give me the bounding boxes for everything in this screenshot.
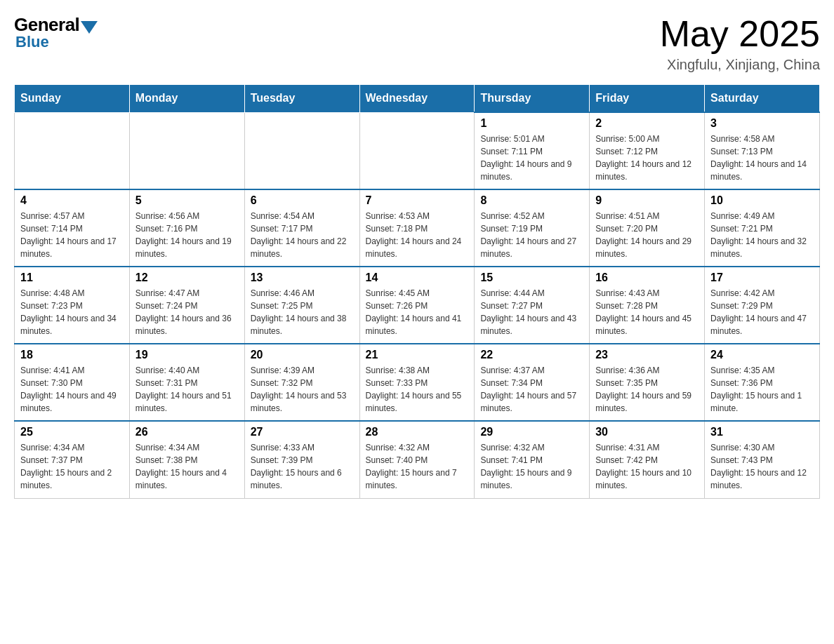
day-info: Sunrise: 4:32 AM Sunset: 7:40 PM Dayligh… <box>366 441 469 492</box>
day-info: Sunrise: 4:38 AM Sunset: 7:33 PM Dayligh… <box>366 364 469 415</box>
calendar-day-cell <box>129 112 244 189</box>
day-info: Sunrise: 4:48 AM Sunset: 7:23 PM Dayligh… <box>20 287 124 337</box>
day-info: Sunrise: 4:39 AM Sunset: 7:32 PM Dayligh… <box>251 364 354 415</box>
calendar-day-cell: 14Sunrise: 4:45 AM Sunset: 7:26 PM Dayli… <box>359 267 475 344</box>
day-number: 17 <box>710 271 814 284</box>
calendar-day-cell: 21Sunrise: 4:38 AM Sunset: 7:33 PM Dayli… <box>359 344 475 421</box>
calendar-day-header: Saturday <box>705 85 820 113</box>
day-info: Sunrise: 4:53 AM Sunset: 7:18 PM Dayligh… <box>366 210 469 260</box>
day-info: Sunrise: 4:44 AM Sunset: 7:27 PM Dayligh… <box>480 287 583 337</box>
calendar-day-cell: 26Sunrise: 4:34 AM Sunset: 7:38 PM Dayli… <box>129 421 244 498</box>
day-info: Sunrise: 4:31 AM Sunset: 7:42 PM Dayligh… <box>595 441 699 492</box>
logo-blue-text: Blue <box>14 33 49 51</box>
day-info: Sunrise: 4:47 AM Sunset: 7:24 PM Dayligh… <box>135 287 239 337</box>
calendar-day-cell: 9Sunrise: 4:51 AM Sunset: 7:20 PM Daylig… <box>590 189 705 267</box>
day-info: Sunrise: 4:40 AM Sunset: 7:31 PM Dayligh… <box>135 364 239 415</box>
day-number: 31 <box>710 426 814 438</box>
day-info: Sunrise: 4:32 AM Sunset: 7:41 PM Dayligh… <box>480 441 583 492</box>
calendar-week-row: 4Sunrise: 4:57 AM Sunset: 7:14 PM Daylig… <box>15 189 820 267</box>
day-number: 21 <box>366 349 469 361</box>
day-info: Sunrise: 4:54 AM Sunset: 7:17 PM Dayligh… <box>251 210 354 260</box>
day-number: 19 <box>135 349 239 361</box>
calendar-day-header: Tuesday <box>244 85 359 113</box>
calendar-week-row: 25Sunrise: 4:34 AM Sunset: 7:37 PM Dayli… <box>15 421 820 498</box>
title-block: May 2025 Xingfulu, Xinjiang, China <box>660 14 820 73</box>
day-number: 11 <box>20 271 124 284</box>
day-info: Sunrise: 5:00 AM Sunset: 7:12 PM Dayligh… <box>595 133 699 183</box>
calendar-day-cell: 22Sunrise: 4:37 AM Sunset: 7:34 PM Dayli… <box>475 344 590 421</box>
day-info: Sunrise: 4:35 AM Sunset: 7:36 PM Dayligh… <box>710 364 814 415</box>
calendar-day-cell <box>359 112 475 189</box>
day-number: 5 <box>135 194 239 207</box>
day-number: 9 <box>595 194 699 207</box>
day-number: 28 <box>366 426 469 438</box>
day-info: Sunrise: 4:52 AM Sunset: 7:19 PM Dayligh… <box>480 210 583 260</box>
day-number: 27 <box>251 426 354 438</box>
calendar-day-cell: 30Sunrise: 4:31 AM Sunset: 7:42 PM Dayli… <box>590 421 705 498</box>
calendar-day-cell <box>15 112 130 189</box>
day-info: Sunrise: 4:46 AM Sunset: 7:25 PM Dayligh… <box>251 287 354 337</box>
day-info: Sunrise: 4:37 AM Sunset: 7:34 PM Dayligh… <box>480 364 583 415</box>
day-number: 14 <box>366 271 469 284</box>
day-info: Sunrise: 4:42 AM Sunset: 7:29 PM Dayligh… <box>710 287 814 337</box>
day-number: 25 <box>20 426 124 438</box>
calendar-day-cell: 24Sunrise: 4:35 AM Sunset: 7:36 PM Dayli… <box>705 344 820 421</box>
calendar-day-cell: 28Sunrise: 4:32 AM Sunset: 7:40 PM Dayli… <box>359 421 475 498</box>
calendar-day-cell: 7Sunrise: 4:53 AM Sunset: 7:18 PM Daylig… <box>359 189 475 267</box>
day-info: Sunrise: 4:45 AM Sunset: 7:26 PM Dayligh… <box>366 287 469 337</box>
calendar-day-header: Sunday <box>15 85 130 113</box>
day-info: Sunrise: 4:30 AM Sunset: 7:43 PM Dayligh… <box>710 441 814 492</box>
day-info: Sunrise: 4:57 AM Sunset: 7:14 PM Dayligh… <box>20 210 124 260</box>
calendar-week-row: 11Sunrise: 4:48 AM Sunset: 7:23 PM Dayli… <box>15 267 820 344</box>
calendar-day-cell: 25Sunrise: 4:34 AM Sunset: 7:37 PM Dayli… <box>15 421 130 498</box>
location-subtitle: Xingfulu, Xinjiang, China <box>660 57 820 73</box>
day-number: 12 <box>135 271 239 284</box>
calendar-day-cell: 18Sunrise: 4:41 AM Sunset: 7:30 PM Dayli… <box>15 344 130 421</box>
calendar-day-cell: 10Sunrise: 4:49 AM Sunset: 7:21 PM Dayli… <box>705 189 820 267</box>
calendar-day-cell: 23Sunrise: 4:36 AM Sunset: 7:35 PM Dayli… <box>590 344 705 421</box>
calendar-day-header: Thursday <box>475 85 590 113</box>
day-number: 7 <box>366 194 469 207</box>
day-number: 1 <box>480 117 583 130</box>
day-info: Sunrise: 4:43 AM Sunset: 7:28 PM Dayligh… <box>595 287 699 337</box>
calendar-day-cell: 27Sunrise: 4:33 AM Sunset: 7:39 PM Dayli… <box>244 421 359 498</box>
calendar-day-cell: 5Sunrise: 4:56 AM Sunset: 7:16 PM Daylig… <box>129 189 244 267</box>
calendar-day-cell <box>244 112 359 189</box>
day-number: 30 <box>595 426 699 438</box>
day-number: 18 <box>20 349 124 361</box>
calendar-day-cell: 8Sunrise: 4:52 AM Sunset: 7:19 PM Daylig… <box>475 189 590 267</box>
day-number: 22 <box>480 349 583 361</box>
calendar-day-cell: 13Sunrise: 4:46 AM Sunset: 7:25 PM Dayli… <box>244 267 359 344</box>
calendar-day-header: Wednesday <box>359 85 475 113</box>
calendar-day-cell: 19Sunrise: 4:40 AM Sunset: 7:31 PM Dayli… <box>129 344 244 421</box>
day-info: Sunrise: 4:33 AM Sunset: 7:39 PM Dayligh… <box>251 441 354 492</box>
day-info: Sunrise: 4:51 AM Sunset: 7:20 PM Dayligh… <box>595 210 699 260</box>
day-number: 15 <box>480 271 583 284</box>
day-number: 23 <box>595 349 699 361</box>
day-number: 16 <box>595 271 699 284</box>
calendar-day-cell: 11Sunrise: 4:48 AM Sunset: 7:23 PM Dayli… <box>15 267 130 344</box>
calendar-table: SundayMondayTuesdayWednesdayThursdayFrid… <box>14 84 820 499</box>
calendar-day-cell: 4Sunrise: 4:57 AM Sunset: 7:14 PM Daylig… <box>15 189 130 267</box>
calendar-day-header: Monday <box>129 85 244 113</box>
day-info: Sunrise: 4:49 AM Sunset: 7:21 PM Dayligh… <box>710 210 814 260</box>
calendar-day-cell: 3Sunrise: 4:58 AM Sunset: 7:13 PM Daylig… <box>705 112 820 189</box>
calendar-week-row: 1Sunrise: 5:01 AM Sunset: 7:11 PM Daylig… <box>15 112 820 189</box>
day-info: Sunrise: 4:36 AM Sunset: 7:35 PM Dayligh… <box>595 364 699 415</box>
day-number: 29 <box>480 426 583 438</box>
calendar-day-cell: 29Sunrise: 4:32 AM Sunset: 7:41 PM Dayli… <box>475 421 590 498</box>
month-year-title: May 2025 <box>660 14 820 54</box>
day-info: Sunrise: 5:01 AM Sunset: 7:11 PM Dayligh… <box>480 133 583 183</box>
day-number: 26 <box>135 426 239 438</box>
calendar-day-cell: 31Sunrise: 4:30 AM Sunset: 7:43 PM Dayli… <box>705 421 820 498</box>
calendar-header-row: SundayMondayTuesdayWednesdayThursdayFrid… <box>15 85 820 113</box>
day-info: Sunrise: 4:34 AM Sunset: 7:38 PM Dayligh… <box>135 441 239 492</box>
calendar-day-cell: 6Sunrise: 4:54 AM Sunset: 7:17 PM Daylig… <box>244 189 359 267</box>
day-number: 10 <box>710 194 814 207</box>
day-number: 24 <box>710 349 814 361</box>
day-number: 6 <box>251 194 354 207</box>
logo-arrow-icon <box>81 21 98 34</box>
logo: General Blue <box>14 14 98 51</box>
calendar-week-row: 18Sunrise: 4:41 AM Sunset: 7:30 PM Dayli… <box>15 344 820 421</box>
day-info: Sunrise: 4:41 AM Sunset: 7:30 PM Dayligh… <box>20 364 124 415</box>
